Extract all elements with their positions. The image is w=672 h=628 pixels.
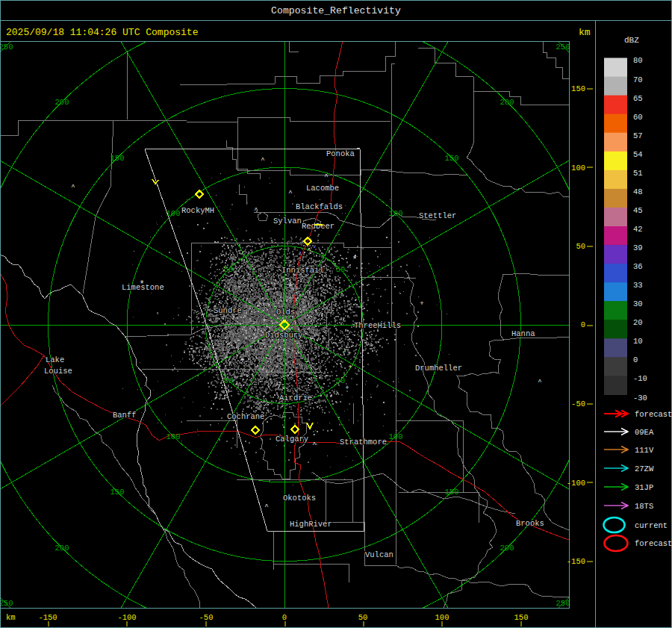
- svg-text:+: +: [240, 357, 244, 364]
- svg-text:+: +: [345, 385, 349, 392]
- svg-text:Didsbury: Didsbury: [265, 331, 302, 340]
- svg-text:100: 100: [435, 613, 449, 622]
- svg-text:30: 30: [633, 299, 643, 308]
- svg-text:20: 20: [633, 318, 643, 327]
- svg-text:50: 50: [576, 242, 585, 251]
- svg-text:150: 150: [445, 488, 459, 497]
- svg-text:Sundre: Sundre: [214, 306, 242, 315]
- svg-text:48: 48: [633, 187, 643, 196]
- svg-text:31JP: 31JP: [635, 483, 653, 492]
- svg-text:27ZW: 27ZW: [635, 464, 654, 473]
- svg-text:150: 150: [111, 154, 125, 163]
- svg-text:*: *: [352, 255, 357, 265]
- svg-text:-100: -100: [117, 613, 136, 622]
- svg-text:km: km: [6, 613, 16, 622]
- svg-text:100: 100: [571, 164, 585, 172]
- svg-text:200: 200: [55, 544, 69, 553]
- svg-text:150: 150: [571, 84, 585, 93]
- svg-text:0: 0: [581, 320, 585, 329]
- svg-text:60: 60: [633, 113, 643, 122]
- svg-text:^: ^: [335, 391, 339, 399]
- svg-text:80: 80: [633, 56, 643, 65]
- svg-text:200: 200: [500, 98, 514, 107]
- svg-text:-150: -150: [38, 613, 57, 622]
- svg-text:-30: -30: [633, 394, 647, 402]
- svg-text:RockyMH: RockyMH: [181, 206, 214, 215]
- svg-text:^: ^: [307, 247, 311, 255]
- svg-text:-150: -150: [567, 557, 585, 566]
- svg-text:*: *: [139, 279, 144, 290]
- svg-text:+: +: [214, 255, 218, 263]
- svg-text:150: 150: [111, 488, 125, 497]
- svg-text:250: 250: [556, 43, 570, 52]
- svg-text:100: 100: [389, 432, 403, 441]
- svg-text:^: ^: [312, 441, 316, 449]
- svg-text:70: 70: [633, 75, 643, 84]
- svg-text:200: 200: [55, 98, 69, 107]
- svg-text:Drumheller: Drumheller: [415, 364, 462, 373]
- svg-text:+: +: [347, 350, 351, 358]
- svg-text:100: 100: [389, 209, 403, 218]
- svg-text:2025/09/18 11:04:26 UTC Compos: 2025/09/18 11:04:26 UTC Composite: [6, 27, 198, 38]
- svg-text:-50: -50: [199, 613, 214, 622]
- svg-text:111V: 111V: [635, 446, 654, 455]
- svg-text:^: ^: [538, 379, 541, 386]
- svg-text:Ponoka: Ponoka: [326, 149, 355, 158]
- svg-text:Brooks: Brooks: [516, 519, 544, 528]
- svg-text:current: current: [635, 521, 668, 530]
- svg-text:50: 50: [224, 376, 234, 385]
- svg-text:Cochrane: Cochrane: [227, 412, 264, 421]
- svg-text:Lake: Lake: [46, 355, 64, 364]
- svg-text:54: 54: [633, 150, 643, 159]
- svg-text:150: 150: [445, 154, 459, 163]
- svg-text:100: 100: [167, 432, 181, 441]
- svg-text:^: ^: [71, 184, 75, 191]
- svg-text:0: 0: [282, 613, 287, 622]
- svg-text:33: 33: [633, 281, 643, 290]
- svg-text:-10: -10: [633, 374, 647, 383]
- svg-text:250: 250: [556, 599, 570, 608]
- svg-text:^: ^: [264, 503, 268, 511]
- svg-text:ThreeHills: ThreeHills: [354, 321, 401, 330]
- svg-text:Blackfalds: Blackfalds: [296, 202, 343, 211]
- svg-text:dBZ: dBZ: [624, 36, 639, 45]
- svg-text:50: 50: [336, 265, 346, 274]
- svg-text:^: ^: [261, 157, 264, 164]
- svg-text:-100: -100: [567, 479, 585, 488]
- svg-text:^: ^: [288, 190, 292, 197]
- svg-text:Okotoks: Okotoks: [283, 494, 316, 503]
- svg-text:+: +: [262, 317, 266, 325]
- svg-text:45: 45: [633, 206, 643, 215]
- svg-text:Hanna: Hanna: [511, 329, 535, 338]
- svg-text:42: 42: [633, 225, 643, 234]
- svg-text:forecast: forecast: [635, 410, 672, 419]
- svg-text:36: 36: [633, 262, 643, 271]
- svg-text:^: ^: [324, 173, 328, 181]
- svg-text:200: 200: [500, 544, 514, 553]
- svg-text:Louise: Louise: [44, 367, 72, 376]
- svg-text:forecast: forecast: [635, 539, 672, 548]
- svg-text:^: ^: [282, 347, 286, 355]
- svg-text:100: 100: [167, 209, 181, 218]
- svg-text:Innisfail: Innisfail: [281, 266, 324, 275]
- svg-text:65: 65: [633, 94, 643, 103]
- svg-text:150: 150: [514, 613, 529, 622]
- svg-text:+: +: [420, 300, 423, 308]
- svg-text:^: ^: [289, 370, 293, 377]
- svg-text:Strathmore: Strathmore: [340, 438, 387, 447]
- svg-text:09EA: 09EA: [635, 428, 654, 437]
- svg-text:+: +: [348, 364, 352, 371]
- svg-text:Lacombe: Lacombe: [306, 184, 339, 193]
- svg-text:Vulcan: Vulcan: [365, 550, 393, 559]
- svg-text:10: 10: [633, 337, 643, 346]
- svg-text:Calgary: Calgary: [276, 435, 308, 444]
- svg-text:50: 50: [358, 613, 368, 622]
- svg-text:51: 51: [633, 169, 643, 178]
- svg-text:RedDeer: RedDeer: [302, 222, 335, 231]
- svg-text:0: 0: [633, 355, 638, 364]
- svg-text:39: 39: [633, 243, 643, 252]
- svg-text:Airdrie: Airdrie: [279, 394, 312, 402]
- svg-text:km: km: [579, 27, 591, 38]
- svg-text:Composite_Reflectivity: Composite_Reflectivity: [271, 5, 401, 16]
- svg-text:-50: -50: [571, 400, 585, 408]
